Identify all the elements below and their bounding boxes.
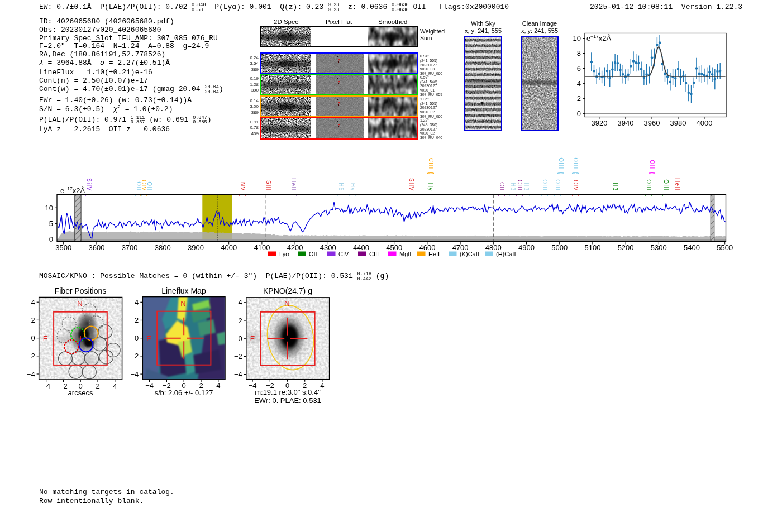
svg-text:3800: 3800 [155,243,171,252]
svg-text:4900: 4900 [518,243,535,252]
svg-text:5: 5 [49,219,53,228]
svg-text:4: 4 [135,298,139,306]
svg-text:HeII: HeII [428,251,440,257]
svg-text:HeII {: HeII { [290,178,298,196]
svg-text:3900: 3900 [188,243,204,252]
svg-text:(K)CaII: (K)CaII [460,251,479,257]
svg-text:Lyα: Lyα [279,251,289,257]
svg-text:−2: −2 [27,352,35,360]
svg-text:3500: 3500 [55,243,71,252]
svg-text:Lineflux Map: Lineflux Map [161,286,206,295]
svg-text:4400: 4400 [353,243,369,252]
svg-text:−2: −2 [130,352,139,360]
svg-text:4: 4 [216,381,220,390]
svg-text:EWr: 0. PLAE: 0.531: EWr: 0. PLAE: 0.531 [254,396,321,405]
svg-text:−4: −4 [130,370,139,378]
svg-text:e−17x2Å: e−17x2Å [60,186,85,195]
svg-text:4: 4 [113,382,117,390]
svg-text:4: 4 [320,381,324,390]
svg-text:−2: −2 [234,352,242,361]
svg-text:−4: −4 [27,370,35,378]
svg-text:OIII {: OIII { [645,179,654,196]
svg-text:SiIV {: SiIV { [85,178,94,196]
svg-text:−4: −4 [42,382,50,390]
svg-text:2: 2 [31,316,35,324]
svg-text:E: E [250,334,255,343]
svg-text:CIII: CIII [369,251,379,257]
svg-text:E: E [43,334,48,343]
svg-text:4: 4 [239,298,242,306]
svg-text:OII {: OII { [146,181,154,196]
svg-text:5000: 5000 [551,243,568,252]
svg-text:HeII {: HeII { [674,178,682,196]
svg-text:4: 4 [31,298,35,306]
svg-text:5300: 5300 [651,243,667,252]
svg-text:5400: 5400 [684,243,700,252]
svg-text:4100: 4100 [254,243,270,252]
svg-text:m:19.1 re:3.0" s:0.4": m:19.1 re:3.0" s:0.4" [255,388,321,396]
svg-text:Fiber Positions: Fiber Positions [55,286,107,295]
svg-text:10: 10 [45,204,53,212]
svg-text:4300: 4300 [320,243,336,252]
svg-text:N: N [77,299,82,308]
svg-text:KPNO(24.7) g: KPNO(24.7) g [263,286,312,295]
svg-text:0: 0 [31,334,35,342]
svg-text:CIII {: CIII { [427,158,436,175]
svg-text:NV {: NV { [239,182,247,196]
svg-text:OIII {: OIII { [572,157,580,174]
svg-text:OIII {: OIII { [557,157,566,174]
svg-text:2: 2 [135,316,139,324]
svg-text:5500: 5500 [717,243,733,252]
svg-text:5100: 5100 [584,243,600,252]
svg-text:−4: −4 [145,381,154,390]
svg-text:2: 2 [239,317,242,325]
svg-text:N: N [284,299,289,308]
svg-text:OII: OII [309,251,317,257]
svg-text:3700: 3700 [122,243,138,252]
svg-text:0: 0 [49,235,53,243]
svg-text:OII {: OII { [649,160,657,174]
svg-text:−2: −2 [59,382,68,390]
svg-text:OIII {: OIII { [554,179,562,196]
svg-text:MgII: MgII [399,251,411,257]
svg-text:CIV: CIV [338,251,349,257]
svg-text:arcsecs: arcsecs [68,389,93,397]
svg-text:SiIV {: SiIV { [408,178,416,196]
svg-text:5200: 5200 [618,243,634,252]
svg-text:N: N [180,299,185,308]
svg-text:0: 0 [239,334,242,343]
svg-text:(H)CaII: (H)CaII [496,251,516,257]
svg-text:4200: 4200 [287,243,303,252]
svg-text:s/b: 2.06 +/- 0.127: s/b: 2.06 +/- 0.127 [154,389,213,397]
svg-text:SiII {: SiII { [265,180,273,196]
svg-text:0: 0 [135,334,139,342]
svg-text:OIII {: OIII { [541,179,550,196]
svg-text:CIV {: CIV { [572,180,580,196]
svg-text:−4: −4 [234,370,242,378]
svg-text:2: 2 [96,382,99,390]
svg-text:3600: 3600 [88,243,104,252]
svg-text:4000: 4000 [221,243,237,252]
svg-text:OIII {: OIII { [662,179,671,196]
svg-text:E: E [146,334,151,343]
svg-text:CII {: CII { [498,182,507,196]
